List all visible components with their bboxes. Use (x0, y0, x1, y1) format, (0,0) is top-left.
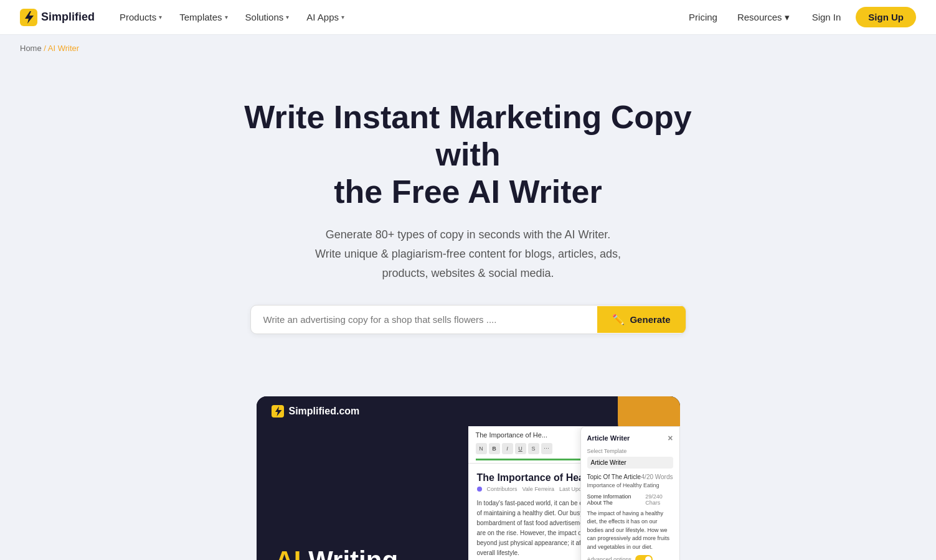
ai-panel-header: Article Writer × (587, 433, 673, 443)
video-main-content: AI WritingGenerator The Importance of He… (257, 426, 680, 560)
hero-section: Write Instant Marketing Copy with the Fr… (0, 62, 936, 365)
nav-solutions[interactable]: Solutions ▾ (238, 8, 297, 26)
doc-meta-contributor: Contributors (487, 486, 518, 492)
nav-links: Products ▾ Templates ▾ Solutions ▾ AI Ap… (112, 8, 681, 26)
nav-pricing[interactable]: Pricing (681, 8, 725, 26)
breadcrumb-current: AI Writer (48, 44, 79, 53)
ai-panel-title: Article Writer (587, 434, 630, 442)
products-chevron-icon: ▾ (159, 14, 162, 21)
navbar: Simplified Products ▾ Templates ▾ Soluti… (0, 0, 936, 35)
ai-panel-close-icon[interactable]: × (668, 433, 673, 443)
ai-template-select[interactable]: Article Writer (587, 457, 673, 469)
video-left-panel: AI WritingGenerator (257, 426, 468, 560)
hero-title: Write Instant Marketing Copy with the Fr… (225, 99, 711, 210)
resources-chevron-icon: ▾ (785, 12, 790, 23)
ai-generate-preview-text: The impact of having a healthy diet, the… (587, 510, 673, 552)
breadcrumb-home[interactable]: Home (20, 44, 42, 53)
video-topbar: Simplified.com (257, 396, 680, 426)
video-section: Simplified.com AI WritingGenerator The I… (244, 396, 693, 560)
nav-right: Pricing Resources ▾ Sign In Sign Up (681, 7, 916, 27)
ai-advanced-label: Advanced options (587, 556, 632, 560)
video-title: AI WritingGenerator (275, 546, 450, 560)
hero-subtitle: Generate 80+ types of copy in seconds wi… (288, 225, 649, 282)
ai-info-count: 29/240 Chars (645, 493, 673, 506)
toolbar-strikethrough[interactable]: S (528, 443, 539, 454)
ai-template-label: Select Template (587, 448, 673, 454)
toolbar-underline[interactable]: U (515, 443, 526, 454)
breadcrumb: Home / AI Writer (0, 35, 936, 62)
logo-icon (20, 9, 37, 26)
doc-meta-user: Vale Ferreira (522, 486, 554, 492)
toolbar-normal[interactable]: N (476, 443, 487, 454)
ai-topic-text: Importance of Healthy Eating (587, 482, 673, 490)
doc-progress-fill (476, 459, 594, 460)
doc-meta-dot-icon (477, 487, 482, 492)
ai-toggle-row: Advanced options (587, 555, 673, 560)
logo-text: Simplified (41, 11, 95, 24)
templates-chevron-icon: ▾ (225, 14, 228, 21)
generate-icon: ✏️ (612, 314, 625, 325)
nav-products[interactable]: Products ▾ (112, 8, 169, 26)
ai-info-row: Some Information About The 29/240 Chars (587, 493, 673, 506)
doc-filename: The Importance of He... (476, 431, 548, 439)
nav-templates[interactable]: Templates ▾ (172, 8, 235, 26)
video-document-mockup: The Importance of He... 1651 / 250000 wo… (468, 426, 680, 560)
ai-apps-chevron-icon: ▾ (341, 14, 344, 21)
nav-ai-apps[interactable]: AI Apps ▾ (299, 8, 352, 26)
signin-button[interactable]: Sign In (802, 7, 851, 27)
generate-input[interactable] (251, 306, 598, 334)
ai-topic-label: Topic Of The Article (587, 474, 641, 480)
ai-info-label: Some Information About The (587, 493, 646, 506)
generate-bar: ✏️ Generate (250, 305, 686, 334)
ai-writer-panel: Article Writer × Select Template Article… (580, 426, 680, 560)
generate-button[interactable]: ✏️ Generate (597, 306, 685, 333)
toolbar-more[interactable]: ⋯ (541, 443, 552, 454)
video-container: Simplified.com AI WritingGenerator The I… (257, 396, 680, 560)
video-logo-text: Simplified.com (289, 406, 360, 417)
solutions-chevron-icon: ▾ (286, 14, 289, 21)
ai-topic-count: 4/20 Words (641, 474, 673, 480)
video-logo-icon (272, 405, 284, 418)
signup-button[interactable]: Sign Up (856, 7, 916, 27)
nav-resources[interactable]: Resources ▾ (730, 8, 797, 27)
logo-link[interactable]: Simplified (20, 9, 95, 26)
ai-topic-row: Topic Of The Article 4/20 Words (587, 474, 673, 480)
video-title-ai: AI (275, 546, 301, 560)
toolbar-bold[interactable]: B (489, 443, 500, 454)
toolbar-italic[interactable]: I (502, 443, 513, 454)
ai-advanced-toggle[interactable] (635, 555, 653, 560)
